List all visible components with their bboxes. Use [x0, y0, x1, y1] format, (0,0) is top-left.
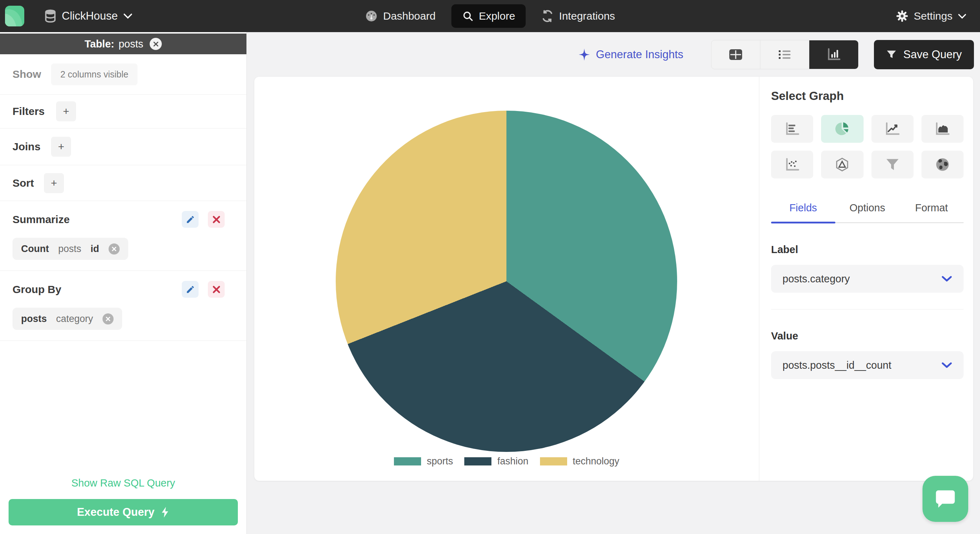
- edit-groupby-button[interactable]: [182, 281, 199, 298]
- database-selector[interactable]: ClickHouse: [44, 9, 132, 23]
- label-field-value: posts.category: [783, 273, 850, 285]
- value-field-dropdown[interactable]: posts.posts__id__count: [771, 351, 964, 379]
- table-view-icon: [728, 48, 743, 61]
- save-query-label: Save Query: [903, 48, 962, 61]
- list-view-icon: [777, 48, 792, 61]
- results-toolbar: Generate Insights: [578, 40, 974, 69]
- joins-section-label: Joins: [13, 141, 40, 153]
- search-icon: [462, 10, 474, 22]
- nav-integrations-label: Integrations: [559, 10, 615, 22]
- top-navbar: ClickHouse Dashboard: [0, 0, 980, 32]
- funnel-chart-icon: [885, 157, 900, 172]
- graph-type-radar[interactable]: [821, 151, 863, 178]
- funnel-icon: [886, 49, 897, 60]
- select-graph-title: Select Graph: [771, 89, 964, 103]
- legend-item-fashion[interactable]: fashion: [464, 456, 528, 467]
- legend-label: technology: [573, 456, 620, 467]
- chart-zone: sportsfashiontechnology: [254, 77, 759, 481]
- chevron-down-icon: [123, 13, 132, 19]
- add-sort-button[interactable]: +: [44, 173, 64, 193]
- columns-visible-badge[interactable]: 2 columns visible: [51, 64, 137, 85]
- add-join-button[interactable]: +: [51, 137, 71, 157]
- save-query-button[interactable]: Save Query: [874, 40, 974, 69]
- label-field-dropdown[interactable]: posts.category: [771, 265, 964, 293]
- graph-type-funnel[interactable]: [872, 151, 913, 178]
- pie-chart[interactable]: [336, 111, 677, 452]
- nav-explore[interactable]: Explore: [452, 4, 526, 28]
- nav-dashboard-label: Dashboard: [383, 10, 436, 22]
- chart-legend: sportsfashiontechnology: [254, 456, 759, 467]
- chevron-down-icon: [942, 276, 952, 282]
- brand-label: ClickHouse: [62, 10, 118, 22]
- summarize-chip[interactable]: Count posts id: [13, 238, 128, 260]
- remove-groupby-chip-button[interactable]: [102, 313, 114, 324]
- summarize-section-label: Summarize: [13, 213, 70, 226]
- radar-chart-icon: [834, 157, 850, 172]
- line-chart-icon: [885, 122, 900, 136]
- bar-chart-view-icon: [826, 48, 842, 61]
- scatter-plot-icon: [784, 157, 800, 172]
- execute-query-label: Execute Query: [77, 506, 154, 519]
- legend-item-sports[interactable]: sports: [394, 456, 453, 467]
- nav-dashboard[interactable]: Dashboard: [365, 10, 436, 22]
- tab-fields[interactable]: Fields: [771, 202, 835, 222]
- generate-insights-button[interactable]: Generate Insights: [578, 48, 684, 61]
- nav-integrations[interactable]: Integrations: [541, 10, 615, 22]
- legend-item-technology[interactable]: technology: [540, 456, 620, 467]
- remove-table-button[interactable]: [150, 38, 162, 50]
- table-name: posts: [119, 38, 143, 50]
- graph-type-scatter[interactable]: [771, 151, 813, 178]
- graph-type-bar[interactable]: [771, 115, 813, 143]
- label-field-title: Label: [771, 244, 964, 256]
- chat-widget-button[interactable]: [923, 476, 968, 522]
- graph-type-line[interactable]: [872, 115, 913, 143]
- table-header: Table: posts: [0, 33, 247, 54]
- table-header-prefix: Table:: [84, 38, 114, 50]
- generate-insights-label: Generate Insights: [596, 48, 684, 61]
- graph-type-area[interactable]: [921, 115, 964, 143]
- remove-groupby-button[interactable]: [208, 281, 224, 298]
- view-toggle-group: [711, 40, 859, 69]
- pie-chart-icon: [834, 121, 850, 137]
- chat-bubble-icon: [934, 488, 957, 510]
- legend-swatch: [394, 457, 421, 466]
- groupby-section-label: Group By: [13, 283, 61, 296]
- view-toggle-chart[interactable]: [809, 40, 858, 69]
- gauge-icon: [365, 10, 378, 22]
- value-field-title: Value: [771, 330, 964, 342]
- horizontal-bar-chart-icon: [784, 122, 800, 136]
- results-card: sportsfashiontechnology Select Graph: [254, 77, 973, 481]
- settings-menu[interactable]: Settings: [896, 10, 966, 22]
- legend-swatch: [540, 457, 567, 466]
- tab-options[interactable]: Options: [835, 202, 900, 222]
- show-section-label: Show: [13, 68, 41, 80]
- area-chart-icon: [935, 122, 950, 136]
- graph-type-pie[interactable]: [821, 115, 863, 143]
- database-icon: [44, 9, 56, 23]
- view-toggle-list[interactable]: [760, 40, 809, 69]
- show-raw-sql-link[interactable]: Show Raw SQL Query: [0, 477, 247, 489]
- lightning-bolt-icon: [161, 507, 170, 518]
- view-toggle-table[interactable]: [711, 40, 760, 69]
- graph-type-map[interactable]: [921, 151, 964, 178]
- add-filter-button[interactable]: +: [56, 102, 76, 121]
- value-field-value: posts.posts__id__count: [783, 359, 891, 371]
- chevron-down-icon: [958, 14, 966, 19]
- execute-query-button[interactable]: Execute Query: [9, 499, 238, 525]
- nav-explore-label: Explore: [479, 10, 515, 22]
- graph-settings-tabs: Fields Options Format: [771, 202, 964, 223]
- tab-format[interactable]: Format: [899, 202, 964, 222]
- groupby-chip[interactable]: posts category: [13, 308, 122, 330]
- sparkle-icon: [578, 48, 590, 61]
- summarize-chip-table: posts: [58, 243, 81, 254]
- query-builder-sidebar: Table: posts Show 2 columns visible Filt…: [0, 32, 247, 534]
- summarize-chip-agg: Count: [21, 243, 49, 254]
- legend-label: sports: [427, 456, 453, 467]
- edit-summarize-button[interactable]: [182, 211, 199, 228]
- graph-type-grid: [771, 115, 964, 178]
- remove-summarize-button[interactable]: [208, 211, 224, 228]
- gear-icon: [896, 10, 908, 22]
- app-logo[interactable]: [5, 6, 24, 26]
- legend-swatch: [464, 457, 492, 466]
- remove-summarize-chip-button[interactable]: [108, 243, 119, 254]
